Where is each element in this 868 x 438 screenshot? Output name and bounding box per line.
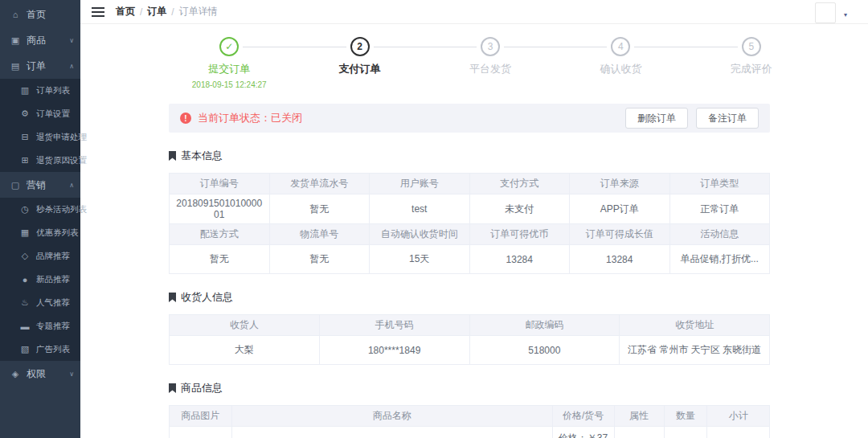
table-header-row: 订单编号 发货单流水号 用户账号 支付方式 订单来源 订单类型 <box>170 174 770 194</box>
table-header-cell: 发货单流水号 <box>269 174 370 194</box>
step-label: 支付订单 <box>294 62 424 76</box>
breadcrumb-separator: / <box>171 6 174 18</box>
delivery-method-cell: 暂无 <box>170 245 270 274</box>
sidebar-item-home[interactable]: ⌂ 首页 <box>0 2 80 27</box>
order-steps: ✓ 提交订单 2018-09-15 12:24:27 2 支付订单 3 平台发货… <box>164 37 817 89</box>
chevron-up-icon: ∧ <box>69 182 74 189</box>
table-header-cell: 商品图片 <box>170 406 232 427</box>
table-header-cell: 商品名称 <box>231 406 552 427</box>
logistics-sn-cell: 暂无 <box>269 245 370 274</box>
table-header-cell: 邮政编码 <box>469 315 620 336</box>
avatar[interactable] <box>815 2 836 23</box>
clock-icon: ◷ <box>19 204 31 215</box>
gear-icon: ⚙ <box>19 108 31 119</box>
marketing-icon: ▢ <box>10 180 21 190</box>
order-icon: ▤ <box>10 61 21 72</box>
marketing-submenu: ◷ 秒杀活动列表 ▦ 优惠券列表 ◇ 品牌推荐 ● 新品推荐 ♨ 人气推荐 ▬ … <box>0 198 80 361</box>
subject-icon: ▬ <box>19 321 31 331</box>
table-row: 大梨 180****1849 518000 江苏省 常州市 天宁区 东晓街道 <box>170 336 770 365</box>
sidebar-item-flash-list[interactable]: ◷ 秒杀活动列表 <box>0 198 80 221</box>
table-row: 暂无 暂无 15天 13284 13284 单品促销,打折优... <box>170 245 770 274</box>
sidebar-item-label: 品牌推荐 <box>36 251 70 262</box>
order-status-text: 当前订单状态：已关闭 <box>198 111 302 125</box>
table-header-cell: 订单可得成长值 <box>570 224 670 245</box>
top-bar: 首页 / 订单 / 订单详情 ▾ <box>80 0 868 24</box>
quantity-cell: 1 <box>664 427 707 438</box>
sidebar-item-coupon-list[interactable]: ▦ 优惠券列表 <box>0 221 80 244</box>
delivery-sn-cell: 暂无 <box>269 194 370 224</box>
sidebar-item-ad-list[interactable]: ▧ 广告列表 <box>0 338 80 361</box>
sidebar-item-label: 专题推荐 <box>36 321 70 332</box>
caret-down-icon[interactable]: ▾ <box>844 11 847 18</box>
receiver-address-cell: 江苏省 常州市 天宁区 东晓街道 <box>620 336 770 365</box>
basic-info-table: 订单编号 发货单流水号 用户账号 支付方式 订单来源 订单类型 20180915… <box>169 173 770 274</box>
table-row: 201809150101000001 暂无 test 未支付 APP订单 正常订… <box>170 194 770 224</box>
pay-type-cell: 未支付 <box>469 194 570 224</box>
order-status-bar: ! 当前订单状态：已关闭 删除订单 备注订单 <box>169 104 770 133</box>
table-header-row: 配送方式 物流单号 自动确认收货时间 订单可得优币 订单可得成长值 活动信息 <box>170 224 770 245</box>
product-price: 价格：￥3788 <box>558 430 609 438</box>
hamburger-menu-icon[interactable] <box>92 7 104 17</box>
bookmark-icon <box>169 151 176 161</box>
coupon-icon: ▦ <box>19 227 31 238</box>
sidebar-item-label: 退货申请处理 <box>36 132 87 143</box>
subtotal-cell: ￥3788 <box>707 427 770 438</box>
sidebar-item-return-apply[interactable]: ⊟ 退货申请处理 <box>0 125 80 149</box>
basic-info-section-title: 基本信息 <box>169 149 770 163</box>
table-header-cell: 自动确认收货时间 <box>370 224 470 245</box>
sidebar-item-permission[interactable]: ◈ 权限 ∨ <box>0 361 80 387</box>
table-header-cell: 收货地址 <box>620 315 770 336</box>
table-header-row: 商品图片 商品名称 价格/货号 属性 数量 小计 <box>170 406 770 427</box>
sidebar-item-subject-rec[interactable]: ▬ 专题推荐 <box>0 314 80 338</box>
table-header-cell: 订单来源 <box>570 174 670 194</box>
delete-order-button[interactable]: 删除订单 <box>625 108 688 129</box>
sidebar-item-return-reason[interactable]: ⊞ 退货原因设置 <box>0 149 80 172</box>
step-label: 确认收货 <box>555 62 686 76</box>
step-platform-ship: 3 平台发货 <box>425 37 555 89</box>
note-order-button[interactable]: 备注订单 <box>696 108 759 129</box>
order-coin-cell: 13284 <box>469 245 570 274</box>
step-label: 平台发货 <box>425 62 555 76</box>
promotion-info-cell: 单品促销,打折优... <box>669 245 770 274</box>
section-title-text: 收货人信息 <box>181 290 233 305</box>
step-label: 提交订单 <box>164 62 294 76</box>
product-name-cell: 华为 HUAWEI P20 品牌：华为 <box>231 427 552 438</box>
step-check-icon: ✓ <box>219 37 239 56</box>
sidebar: ⌂ 首页 ▣ 商品 ∨ ▤ 订单 ∧ ▥ 订单列表 ⚙ 订单设置 ⊟ 退货申请处… <box>0 0 80 438</box>
table-header-cell: 用户账号 <box>370 174 470 194</box>
goods-info-table: 商品图片 商品名称 价格/货号 属性 数量 小计 华为 HUAWEI P20 <box>169 405 770 438</box>
receiver-info-table: 收货人 手机号码 邮政编码 收货地址 大梨 180****1849 518000… <box>169 314 770 365</box>
sidebar-item-goods[interactable]: ▣ 商品 ∨ <box>0 27 80 53</box>
main-area: 首页 / 订单 / 订单详情 ▾ ✓ 提交订单 2018-09-15 12:24… <box>80 0 868 438</box>
table-header-cell: 配送方式 <box>170 224 270 245</box>
section-title-text: 基本信息 <box>181 149 223 163</box>
auto-confirm-cell: 15天 <box>370 245 470 274</box>
return-reason-icon: ⊞ <box>19 155 31 166</box>
sidebar-item-label: 首页 <box>27 8 46 22</box>
sidebar-item-label: 订单设置 <box>36 108 70 120</box>
sidebar-item-label: 商品 <box>27 34 46 47</box>
sidebar-item-label: 订单 <box>27 59 46 73</box>
tag-icon: ◇ <box>19 251 31 261</box>
sidebar-item-order-setting[interactable]: ⚙ 订单设置 <box>0 102 80 125</box>
step-number: 2 <box>350 37 370 56</box>
sidebar-item-order-list[interactable]: ▥ 订单列表 <box>0 79 80 102</box>
sidebar-item-label: 人气推荐 <box>36 297 70 309</box>
sidebar-item-new-rec[interactable]: ● 新品推荐 <box>0 268 80 291</box>
goods-info-section-title: 商品信息 <box>169 381 770 395</box>
table-header-cell: 支付方式 <box>469 174 570 194</box>
step-confirm-receive: 4 确认收货 <box>555 37 686 89</box>
order-growth-cell: 13284 <box>570 245 670 274</box>
sidebar-item-order[interactable]: ▤ 订单 ∧ <box>0 53 80 79</box>
table-header-cell: 订单可得优币 <box>469 224 570 245</box>
sidebar-item-marketing[interactable]: ▢ 营销 ∧ <box>0 172 80 198</box>
sidebar-item-brand-rec[interactable]: ◇ 品牌推荐 <box>0 244 80 268</box>
table-header-cell: 订单编号 <box>170 174 270 194</box>
sidebar-item-hot-rec[interactable]: ♨ 人气推荐 <box>0 291 80 314</box>
breadcrumb-current: 订单详情 <box>179 5 218 18</box>
order-sn-cell: 201809150101000001 <box>170 194 270 224</box>
breadcrumb-order[interactable]: 订单 <box>147 5 166 18</box>
order-source-cell: APP订单 <box>570 194 670 224</box>
breadcrumb-home[interactable]: 首页 <box>116 5 135 18</box>
sidebar-item-label: 权限 <box>27 367 46 381</box>
